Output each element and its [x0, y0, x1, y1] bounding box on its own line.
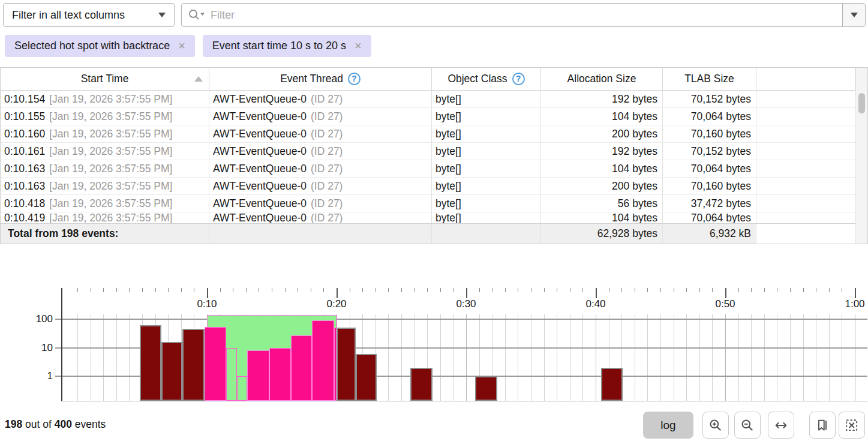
table-row[interactable]: 0:10.154[Jan 19, 2026 3:57:55 PM]AWT-Eve… [1, 91, 855, 108]
table-row[interactable]: 0:10.155[Jan 19, 2026 3:57:55 PM]AWT-Eve… [1, 108, 855, 125]
chip-close-icon[interactable]: × [355, 39, 362, 53]
column-header-event-thread[interactable]: Event Thread? [209, 68, 432, 90]
cell-object-class: byte[] [432, 178, 541, 194]
thread-name: AWT-EventQueue-0 [213, 93, 307, 106]
gridline-vertical [505, 314, 506, 401]
axis-tick [712, 288, 713, 292]
table-row[interactable]: 0:10.163[Jan 19, 2026 3:57:55 PM]AWT-Eve… [1, 160, 855, 178]
profiler-events-view: Filter in all text columns Selected hot … [0, 0, 868, 441]
cell-object-class: byte[] [432, 160, 541, 177]
zoom-out-button[interactable] [734, 412, 761, 439]
axis-tick [311, 288, 311, 292]
help-icon[interactable]: ? [348, 73, 361, 85]
column-header-object-class[interactable]: Object Class? [432, 68, 541, 90]
gridline-vertical [699, 314, 700, 401]
table-row[interactable]: 0:10.419[Jan 19, 2026 3:57:55 PM]AWT-Eve… [1, 212, 855, 223]
histogram-bar-events-outside-selection[interactable] [337, 328, 356, 401]
filter-dropdown-button[interactable] [842, 4, 865, 26]
histogram-bar-selected-events-highlighted[interactable] [226, 348, 236, 401]
clear-selection-button[interactable] [839, 412, 865, 439]
gridline-vertical [544, 314, 545, 401]
histogram-bar-events-outside-selection[interactable] [140, 325, 162, 401]
table-row[interactable]: 0:10.161[Jan 19, 2026 3:57:55 PM]AWT-Eve… [1, 143, 855, 160]
axis-tick [246, 288, 247, 292]
axis-tick [751, 288, 752, 292]
histogram-bar-selected-events[interactable] [291, 335, 312, 401]
column-header-start-time[interactable]: Start Time [1, 68, 209, 90]
cell-start-time: 0:10.155[Jan 19, 2026 3:57:55 PM] [1, 108, 209, 125]
cell-allocation-size: 192 bytes [541, 91, 663, 107]
scrollbar-thumb[interactable] [858, 93, 865, 113]
histogram-bar-events-outside-selection[interactable] [410, 368, 433, 401]
cell-tlab-size: 70,152 bytes [663, 143, 756, 160]
object-class-value: byte[] [435, 145, 461, 158]
column-header-filler[interactable] [756, 68, 855, 90]
axis-tick [103, 288, 104, 292]
cell-filler [756, 125, 855, 142]
histogram-bar-selected-events[interactable] [205, 327, 227, 401]
start-time-timestamp: [Jan 19, 2026 3:57:55 PM] [49, 163, 172, 175]
histogram-bar-selected-events-highlighted[interactable] [237, 376, 247, 401]
object-class-value: byte[] [435, 128, 461, 140]
gridline-vertical [116, 314, 117, 401]
histogram-bar-events-outside-selection[interactable] [356, 354, 377, 401]
start-time-value: 0:10.163 [4, 180, 45, 193]
filter-chip: Event start time 10 s to 20 s× [203, 35, 371, 57]
tlab-size-value: 37,472 bytes [691, 197, 751, 210]
column-header-label: Start Time [81, 73, 129, 85]
cell-filler [756, 195, 855, 212]
histogram-bar-events-outside-selection[interactable] [161, 342, 182, 401]
gridline-vertical [401, 314, 402, 401]
axis-tick [635, 288, 635, 292]
gridline-vertical [803, 314, 804, 401]
axis-tick [168, 288, 169, 292]
thread-id: (ID 27) [311, 145, 343, 158]
chip-close-icon[interactable]: × [178, 39, 185, 53]
histogram-bar-events-outside-selection[interactable] [182, 329, 205, 401]
start-time-value: 0:10.419 [4, 212, 45, 223]
zoom-in-icon [708, 418, 723, 433]
thread-id: (ID 27) [311, 93, 343, 106]
column-header-allocation-size[interactable]: Allocation Size [541, 68, 663, 90]
x-axis-label: 0:50 [715, 298, 735, 310]
gridline-vertical [77, 314, 78, 401]
column-header-tlab-size[interactable]: TLAB Size [663, 68, 756, 90]
gridline-vertical [686, 314, 687, 401]
vertical-scrollbar[interactable] [855, 68, 867, 244]
filter-column-selector[interactable]: Filter in all text columns [3, 3, 175, 27]
filter-chips: Selected hot spot with backtrace×Event s… [5, 35, 371, 57]
table-row[interactable]: 0:10.160[Jan 19, 2026 3:57:55 PM]AWT-Eve… [1, 125, 855, 143]
cell-object-class: byte[] [432, 195, 541, 212]
axis-tick [686, 288, 687, 292]
help-icon[interactable]: ? [512, 73, 525, 85]
axis-tick [181, 288, 182, 292]
histogram-bar-selected-events[interactable] [334, 328, 337, 401]
axis-tick [660, 288, 661, 292]
cell-tlab-size: 37,472 bytes [663, 195, 756, 212]
start-time-value: 0:10.160 [4, 128, 45, 140]
table-row[interactable]: 0:10.163[Jan 19, 2026 3:57:55 PM]AWT-Eve… [1, 178, 855, 195]
table-row[interactable]: 0:10.418[Jan 19, 2026 3:57:55 PM]AWT-Eve… [1, 195, 855, 212]
histogram-bar-events-outside-selection[interactable] [601, 368, 623, 401]
histogram-bar-selected-events[interactable] [312, 320, 334, 401]
zoom-in-button[interactable] [702, 412, 729, 439]
axis-tick [350, 288, 350, 292]
x-axis-label: 0:30 [456, 298, 476, 310]
log-scale-toggle[interactable]: log [643, 412, 693, 439]
histogram-bar-events-outside-selection[interactable] [475, 376, 497, 401]
axis-tick [388, 288, 389, 292]
filter-input[interactable] [206, 4, 842, 26]
axis-tick [207, 288, 208, 298]
histogram-bar-selected-events[interactable] [269, 348, 292, 401]
thread-name: AWT-EventQueue-0 [213, 180, 307, 193]
cell-start-time: 0:10.418[Jan 19, 2026 3:57:55 PM] [1, 195, 209, 212]
fit-horizontal-button[interactable] [768, 412, 794, 439]
start-time-timestamp: [Jan 19, 2026 3:57:55 PM] [49, 197, 172, 210]
status-text: 198 out of 400 events [5, 418, 106, 431]
cell-filler [756, 178, 855, 194]
tlab-size-value: 70,152 bytes [691, 145, 751, 158]
histogram-bar-selected-events[interactable] [247, 350, 269, 401]
gridline-vertical [466, 314, 467, 401]
bookmark-button[interactable] [809, 412, 836, 439]
start-time-value: 0:10.161 [4, 145, 45, 158]
